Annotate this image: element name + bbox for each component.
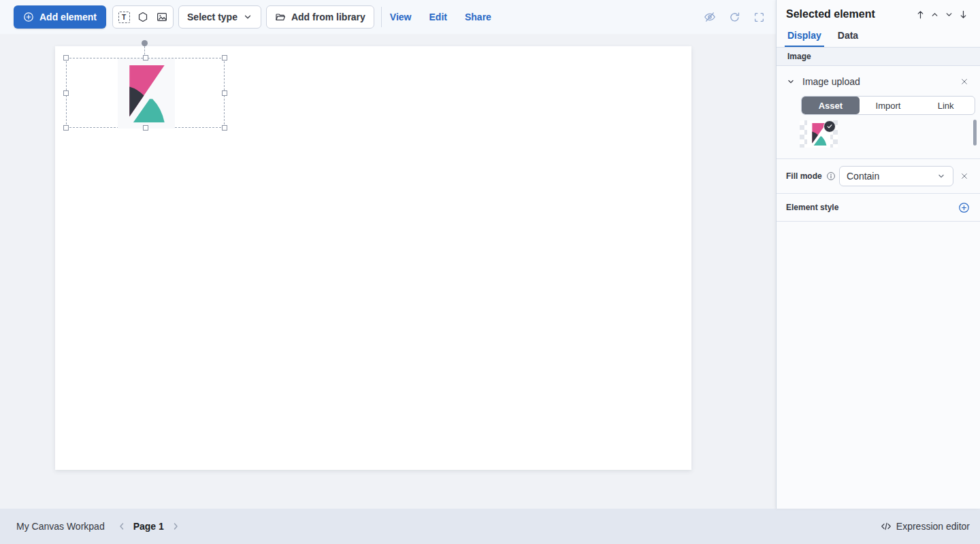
image-section-header: Image <box>777 47 980 66</box>
canvas-app: Add element T <box>0 0 980 544</box>
fullscreen-icon <box>753 12 765 23</box>
image-upload-row: Image upload <box>777 66 980 95</box>
mode-import-button[interactable]: Import <box>860 97 917 114</box>
move-backward-button[interactable] <box>942 8 956 20</box>
resize-handle-bottom[interactable] <box>143 125 148 131</box>
text-element-icon: T <box>118 12 130 23</box>
page-label[interactable]: Page 1 <box>133 521 164 532</box>
expression-editor-toggle[interactable]: Expression editor <box>881 521 970 532</box>
image-source-button-group: Asset Import Link <box>801 96 975 115</box>
remove-image-upload-button[interactable] <box>958 75 970 88</box>
add-from-library-label: Add from library <box>291 12 365 22</box>
share-menu[interactable]: Share <box>465 12 491 22</box>
resize-handle-top-right[interactable] <box>222 55 227 61</box>
image-section-label: Image <box>787 52 811 61</box>
selected-check-icon <box>823 120 836 133</box>
mode-link-button[interactable]: Link <box>917 97 975 114</box>
element-style-row: Element style <box>777 194 980 221</box>
tab-display[interactable]: Display <box>785 26 824 47</box>
toolbar: Add element T <box>0 0 776 34</box>
move-forward-button[interactable] <box>928 8 942 20</box>
mode-asset-button[interactable]: Asset <box>802 97 860 114</box>
chevron-left-icon <box>116 521 127 532</box>
edit-menu[interactable]: Edit <box>429 12 447 22</box>
footer-bar: My Canvas Workpad Page 1 Expression edit… <box>0 509 980 544</box>
move-to-back-button[interactable] <box>956 8 970 20</box>
chevron-down-icon <box>944 10 954 20</box>
chevron-up-icon <box>930 10 940 20</box>
resize-handle-top[interactable] <box>143 55 148 61</box>
divider <box>777 221 980 222</box>
add-element-label: Add element <box>39 12 97 22</box>
sidebar-scrollbar[interactable] <box>973 120 977 146</box>
panel-title: Selected element <box>786 8 913 20</box>
resize-handle-bottom-left[interactable] <box>63 125 69 131</box>
previous-page-button[interactable] <box>114 519 129 534</box>
editor-column: Add element T <box>0 0 776 509</box>
image-element-content <box>118 58 175 129</box>
kibana-logo-image <box>124 65 169 122</box>
panel-header: Selected element <box>777 0 980 26</box>
panel-tabs: Display Data <box>777 26 980 47</box>
plus-circle-icon <box>23 12 34 22</box>
selected-image-element[interactable] <box>66 58 225 128</box>
resize-handle-bottom-right[interactable] <box>222 125 227 131</box>
workspace[interactable] <box>0 34 776 509</box>
add-text-button[interactable]: T <box>114 7 133 27</box>
fill-mode-label: Fill mode <box>786 171 822 181</box>
code-icon <box>881 521 892 532</box>
toolbar-divider <box>381 7 382 27</box>
add-from-library-button[interactable]: Add from library <box>266 5 374 29</box>
shape-element-icon <box>137 12 148 22</box>
chevron-down-icon <box>243 12 252 22</box>
accordion-chevron-icon <box>786 77 796 86</box>
info-icon <box>826 171 836 181</box>
chevron-right-icon <box>170 521 181 532</box>
resize-handle-top-left[interactable] <box>63 55 69 61</box>
fullscreen-button[interactable] <box>751 10 766 24</box>
workpad-name[interactable]: My Canvas Workpad <box>16 521 105 532</box>
close-icon <box>960 78 968 86</box>
eye-slash-icon <box>704 11 716 23</box>
move-to-front-button[interactable] <box>913 8 928 20</box>
arrow-up-icon <box>915 10 926 20</box>
arrow-down-icon <box>958 10 968 20</box>
page-pager: Page 1 <box>114 519 183 534</box>
tab-data[interactable]: Data <box>835 26 861 47</box>
fill-mode-select[interactable]: Contain <box>839 166 953 186</box>
add-element-button[interactable]: Add element <box>14 5 106 29</box>
close-icon <box>960 172 968 180</box>
refresh-button[interactable] <box>727 10 742 24</box>
image-upload-accordion[interactable]: Image upload <box>786 76 958 87</box>
add-style-button[interactable] <box>957 201 970 214</box>
next-page-button[interactable] <box>168 519 183 534</box>
resize-handle-right[interactable] <box>222 90 227 96</box>
hide-edit-controls-button[interactable] <box>702 10 717 24</box>
asset-thumbnail[interactable] <box>800 120 838 148</box>
main-row: Add element T <box>0 0 980 509</box>
folder-open-icon <box>275 12 286 22</box>
quick-add-group: T <box>112 5 174 29</box>
fill-mode-value: Contain <box>847 171 879 182</box>
resize-handle-left[interactable] <box>63 90 69 96</box>
select-type-label: Select type <box>187 12 238 22</box>
expression-editor-label: Expression editor <box>896 521 970 532</box>
refresh-icon <box>729 12 740 23</box>
selected-element-panel: Selected element Display Data <box>776 0 980 509</box>
select-type-dropdown[interactable]: Select type <box>178 5 261 29</box>
rotation-handle[interactable] <box>142 40 148 46</box>
fill-mode-row: Fill mode Contain <box>777 159 980 193</box>
image-upload-label: Image upload <box>802 76 860 87</box>
remove-fill-mode-button[interactable] <box>958 170 970 182</box>
plus-circle-icon <box>958 202 970 214</box>
element-style-label: Element style <box>786 203 838 212</box>
chevron-down-icon <box>936 171 946 181</box>
add-image-button[interactable] <box>152 7 172 27</box>
image-element-icon <box>157 12 167 22</box>
add-shape-button[interactable] <box>133 7 152 27</box>
view-menu[interactable]: View <box>390 12 412 22</box>
